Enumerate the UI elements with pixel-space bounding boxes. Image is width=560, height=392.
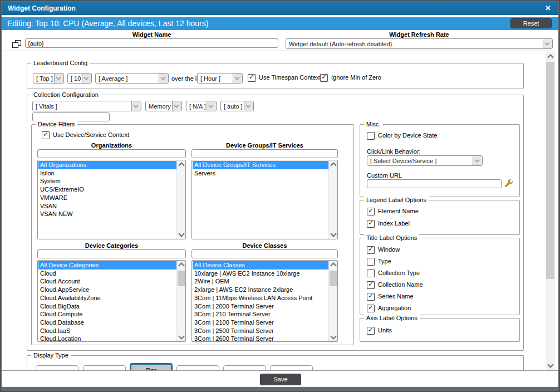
list-item[interactable]: VSAN	[38, 202, 176, 210]
list-item[interactable]: 3Com | 2000 Terminal Server	[193, 302, 328, 311]
click-link-behavior-label: Click/Link Behavior:	[367, 148, 421, 155]
auto-select[interactable]: [ auto ]	[220, 101, 254, 111]
na-select[interactable]: [ N/A ]	[186, 101, 217, 111]
wrench-icon[interactable]	[504, 179, 513, 188]
checkbox-icon	[42, 131, 50, 139]
checkbox-label: Use Timespan Context	[259, 74, 321, 81]
device-groups-listbox[interactable]: All Device Groups/IT Services Servers	[191, 160, 338, 239]
dialog-scrollbar[interactable]	[546, 52, 555, 370]
list-item[interactable]: Cloud.AppService	[38, 286, 176, 294]
list-item[interactable]: UCS/ExtremeIO	[38, 185, 176, 194]
checkbox-label: Element Name	[378, 208, 419, 214]
list-item[interactable]: 10xlarge | AWS EC2 Instance 10xlarge	[193, 270, 328, 278]
list-item[interactable]: 2Wire | OEM	[193, 277, 328, 286]
scrollbar-thumb[interactable]	[178, 271, 185, 286]
list-item[interactable]: All Device Categories	[38, 261, 176, 270]
list-item[interactable]: All Device Groups/IT Services	[193, 161, 328, 169]
scroll-down-icon[interactable]	[178, 231, 184, 237]
list-item[interactable]: Cloud.Account	[38, 277, 176, 286]
list-item[interactable]: 2xlarge | AWS EC2 Instance 2xlarge	[193, 286, 328, 294]
device-classes-filter-input[interactable]	[191, 249, 338, 258]
checkbox-icon	[367, 305, 375, 312]
list-item[interactable]: Cloud.BigData	[38, 302, 176, 311]
list-item[interactable]: Cloud.IaaS	[38, 327, 176, 335]
chevron-down-icon	[159, 74, 168, 83]
organizations-listbox[interactable]: All Organizations Isilon System UCS/Extr…	[37, 160, 186, 239]
aggregation-select[interactable]: [ Average ]	[95, 73, 169, 84]
device-categories-listbox[interactable]: All Device Categories Cloud Cloud.Accoun…	[37, 260, 186, 342]
fieldset-legend: Legend Label Options	[364, 197, 429, 203]
list-item[interactable]: Cloud.Database	[38, 318, 176, 327]
top-bottom-select[interactable]: [ Top ]	[33, 73, 64, 84]
list-item[interactable]: 3Com | 2100 Terminal Server	[193, 318, 328, 327]
checkbox-icon	[367, 281, 375, 289]
scrollbar[interactable]	[328, 160, 337, 239]
select-value: [ Top ]	[36, 75, 53, 82]
collection-extra-input[interactable]	[32, 112, 110, 121]
scrollbar[interactable]	[176, 160, 185, 239]
list-item[interactable]: Cloud	[38, 270, 176, 278]
reset-button[interactable]: Reset	[510, 18, 552, 28]
close-icon[interactable]: ✕	[545, 4, 551, 12]
scroll-up-icon[interactable]	[330, 162, 336, 168]
select-value: [ auto ]	[224, 103, 243, 110]
count-select[interactable]: [ 10 ]	[67, 73, 92, 84]
cascade-windows-icon[interactable]	[12, 40, 21, 48]
widget-refresh-rate-select[interactable]: Widget default (Auto-refresh disabled)	[286, 38, 553, 49]
list-item[interactable]: Cloud.AvailabilityZone	[38, 294, 176, 302]
list-item[interactable]: All Device Classes	[193, 261, 328, 270]
window-body: Widget Configuration ✕ Editing: Top 10: …	[2, 2, 558, 387]
scrollbar[interactable]	[328, 261, 337, 341]
device-classes-listbox[interactable]: All Device Classes 10xlarge | AWS EC2 In…	[191, 260, 338, 342]
scrollbar-thumb[interactable]	[546, 62, 554, 279]
save-button[interactable]: Save	[260, 374, 301, 385]
scroll-down-icon[interactable]	[330, 231, 336, 237]
widget-name-label: Widget Name	[25, 31, 278, 38]
timespan-select[interactable]: [ Hour ]	[197, 73, 243, 84]
scroll-up-icon[interactable]	[547, 54, 553, 60]
widget-configuration-window: Widget Configuration ✕ Editing: Top 10: …	[0, 0, 560, 392]
scroll-up-icon[interactable]	[178, 162, 184, 168]
list-item[interactable]: All Organizations	[38, 161, 176, 169]
checkbox-label: Collection Name	[378, 281, 423, 288]
widget-name-input[interactable]	[25, 38, 278, 48]
leaderboard-config-fieldset: Leaderboard Config [ Top ] [ 10 ] [ Aver…	[27, 63, 524, 89]
list-item[interactable]: 3Com | 2500 Terminal Server	[193, 327, 328, 335]
metric-select[interactable]: Memory	[145, 101, 182, 111]
list-item[interactable]: 3Com | 210 Terminal Server	[193, 310, 328, 318]
device-classes-label: Device Classes	[191, 242, 338, 249]
chevron-down-icon	[233, 74, 242, 83]
list-item[interactable]: 3Com | 2600 Terminal Server	[193, 335, 328, 341]
checkbox-label: Type	[378, 258, 391, 264]
list-item[interactable]: System	[38, 177, 176, 185]
widget-refresh-rate-label: Widget Refresh Rate	[286, 31, 553, 38]
list-item[interactable]: VMWARE	[38, 194, 176, 202]
scroll-up-icon[interactable]	[330, 262, 336, 268]
scroll-down-icon[interactable]	[330, 333, 336, 339]
scroll-down-icon[interactable]	[547, 361, 553, 367]
list-item[interactable]: VSAN NEW	[38, 210, 176, 218]
scroll-down-icon[interactable]	[178, 333, 184, 339]
list-item[interactable]: Cloud.Compute	[38, 310, 176, 318]
scrollbar[interactable]	[176, 261, 185, 341]
select-value: [ Average ]	[99, 75, 158, 82]
list-item[interactable]: Servers	[193, 169, 328, 178]
custom-url-input[interactable]	[367, 179, 502, 188]
checkbox-label: Index Label	[378, 220, 410, 227]
organizations-filter-input[interactable]	[37, 149, 186, 158]
scroll-up-icon[interactable]	[178, 262, 184, 268]
list-item[interactable]: Isilon	[38, 169, 176, 178]
collection-type-select[interactable]: [ Vitals ]	[32, 101, 141, 111]
chevron-down-icon	[131, 101, 141, 111]
scrollbar-thumb[interactable]	[330, 271, 337, 286]
select-value: [ Hour ]	[200, 75, 232, 82]
list-item[interactable]: Cloud.Location	[38, 335, 176, 341]
list-item[interactable]: 3Com | 11Mbps Wireless LAN Access Point	[193, 294, 328, 302]
checkbox-label: Color by Device State	[378, 132, 437, 139]
misc-fieldset: Misc. Color by Device State Click/Link B…	[360, 124, 520, 197]
chevron-down-icon	[207, 101, 216, 111]
click-link-behavior-select[interactable]: [ Select Device/Service ]	[367, 155, 483, 166]
device-groups-filter-input[interactable]	[191, 149, 338, 158]
select-value: [ Vitals ]	[36, 103, 130, 110]
device-categories-filter-input[interactable]	[37, 249, 186, 258]
